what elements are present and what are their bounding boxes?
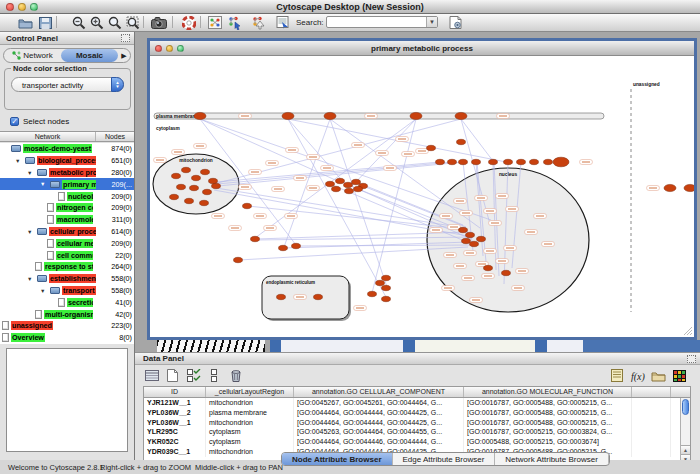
scroll-up-icon[interactable]: ▲	[681, 445, 690, 454]
tree-row[interactable]: ▼cellular process614(0)	[0, 226, 134, 238]
graph-node[interactable]	[172, 173, 181, 178]
graph-node[interactable]	[553, 157, 569, 167]
disclosure-triangle-icon[interactable]: ▼	[40, 288, 45, 294]
table-cell[interactable]: [GO:0044464, GO:0044446, GO:0044444, G..…	[294, 437, 464, 447]
graph-node[interactable]	[455, 112, 467, 119]
import-table-icon[interactable]	[274, 15, 292, 30]
import-network-arrow-icon[interactable]	[250, 15, 268, 30]
birds-eye-view[interactable]	[6, 348, 128, 452]
table-cell[interactable]	[632, 418, 671, 428]
attribute-matrix-icon[interactable]	[143, 368, 160, 383]
graph-node[interactable]	[170, 194, 179, 199]
graph-node[interactable]	[277, 294, 286, 299]
background-window-sliver[interactable]	[547, 340, 583, 352]
graph-node[interactable]	[292, 243, 301, 248]
tree-row[interactable]: multi-organism pro42(0)	[0, 308, 134, 320]
select-attributes-icon[interactable]	[185, 368, 202, 383]
graph-node[interactable]	[314, 294, 323, 299]
table-row[interactable]: YPL036W__1mitochondrion[GO:0044464, GO:0…	[144, 418, 690, 428]
open-file-icon[interactable]	[16, 15, 34, 30]
network-view-titlebar[interactable]: primary metabolic process	[150, 41, 694, 56]
tree-row[interactable]: nitrogen compo209(0)	[0, 202, 134, 214]
table-cell[interactable]	[632, 447, 671, 457]
graph-node[interactable]	[194, 112, 206, 119]
graph-node[interactable]	[282, 112, 294, 119]
import-attributes-folder-icon[interactable]	[650, 368, 667, 383]
graph-edge[interactable]	[330, 119, 480, 228]
snapshot-camera-icon[interactable]	[150, 15, 168, 30]
graph-node[interactable]	[354, 186, 363, 191]
graph-node[interactable]	[502, 270, 511, 275]
tab-edge-attribute-browser[interactable]: Edge Attribute Browser	[393, 453, 496, 465]
graph-node[interactable]	[332, 186, 341, 191]
tree-row[interactable]: ▼primary metabo209(...	[0, 178, 134, 190]
graph-node[interactable]	[251, 236, 260, 241]
graph-node[interactable]	[344, 182, 353, 187]
graph-node[interactable]	[185, 198, 194, 203]
graph-node[interactable]	[324, 112, 336, 119]
resize-grip-icon[interactable]	[690, 333, 692, 335]
region-mitochondrion[interactable]	[153, 154, 239, 214]
table-cell[interactable]	[632, 427, 671, 437]
graph-node[interactable]	[368, 291, 377, 296]
graph-node[interactable]	[470, 241, 479, 246]
graph-node[interactable]	[436, 159, 445, 164]
table-cell[interactable]: YPL036W__2	[144, 408, 206, 418]
network-view-icon[interactable]	[206, 15, 224, 30]
scrollbar-thumb[interactable]	[682, 399, 689, 415]
tab-mosaic[interactable]: Mosaic	[61, 49, 118, 62]
notes-icon[interactable]	[608, 368, 625, 383]
tree-row[interactable]: mosaic-demo-yeast874(0)	[0, 143, 134, 155]
graph-node[interactable]	[376, 280, 385, 285]
background-window-sliver[interactable]	[535, 340, 547, 352]
graph-node[interactable]	[410, 112, 422, 119]
graph-node[interactable]	[427, 145, 436, 150]
zoom-selected-icon[interactable]	[106, 15, 124, 30]
table-cell[interactable]	[632, 398, 671, 408]
table-cell[interactable]: mitochondrion	[206, 398, 294, 408]
tree-row[interactable]: nucleobase-209(0)	[0, 190, 134, 202]
unselect-attributes-icon[interactable]	[206, 368, 223, 383]
graph-node[interactable]	[477, 236, 486, 241]
background-window-sliver[interactable]	[281, 340, 403, 352]
table-cell[interactable]: [GO:0016787, GO:0005488, GO:0005215, G..…	[464, 398, 632, 408]
graph-node[interactable]	[209, 178, 218, 183]
graph-node[interactable]	[472, 159, 481, 164]
tree-row[interactable]: secretion41(0)	[0, 296, 134, 308]
region-plasma-membrane[interactable]	[154, 113, 604, 119]
tree-row[interactable]: cell communicat22(0)	[0, 249, 134, 261]
table-row[interactable]: YJR121W__1mitochondrion[GO:0045267, GO:0…	[144, 398, 690, 408]
dropdown-stepper-icon[interactable]: ▲▼	[111, 77, 124, 92]
zoom-out-icon[interactable]	[70, 15, 88, 30]
graph-edge[interactable]	[288, 119, 386, 297]
graph-node[interactable]	[664, 184, 676, 191]
graph-node[interactable]	[200, 200, 209, 205]
tree-column-network[interactable]: Network	[0, 132, 96, 141]
column-header[interactable]	[632, 387, 671, 397]
function-builder-icon[interactable]: f(x)	[629, 368, 646, 383]
graph-node[interactable]	[336, 178, 345, 183]
background-window-sliver[interactable]	[270, 340, 281, 352]
disclosure-triangle-icon[interactable]: ▼	[27, 276, 32, 282]
table-cell[interactable]	[632, 437, 671, 447]
table-cell[interactable]: [GO:0045267, GO:0045261, GO:0044464, G..…	[294, 398, 464, 408]
graph-node[interactable]	[459, 159, 468, 164]
table-cell[interactable]: YKR052C	[144, 437, 206, 447]
zoom-in-icon[interactable]	[88, 15, 106, 30]
graph-node[interactable]	[484, 265, 493, 270]
table-cell[interactable]: [GO:0005488, GO:0005215, GO:0003674]	[464, 437, 632, 447]
tree-row[interactable]: Overview8(0)	[0, 332, 134, 344]
background-window-sliver[interactable]	[403, 340, 415, 352]
table-cell[interactable]: [GO:0045263, GO:0044464, GO:0044455, G..…	[294, 427, 464, 437]
tree-row[interactable]: ▼biological_process651(0)	[0, 155, 134, 167]
table-cell[interactable]: YJR121W__1	[144, 398, 206, 408]
table-cell[interactable]: [GO:0044464, GO:0044444, GO:0044425, G..…	[294, 418, 464, 428]
tree-row[interactable]: cellular metabo209(0)	[0, 237, 134, 249]
graph-node[interactable]	[326, 181, 335, 186]
graph-node[interactable]	[190, 185, 199, 190]
tree-row[interactable]: ▼metabolic process280(0)	[0, 167, 134, 179]
graph-node[interactable]	[684, 184, 694, 191]
graph-node[interactable]	[462, 238, 471, 243]
graph-node[interactable]	[504, 159, 513, 164]
tab-node-attribute-browser[interactable]: Node Attribute Browser	[282, 453, 393, 465]
